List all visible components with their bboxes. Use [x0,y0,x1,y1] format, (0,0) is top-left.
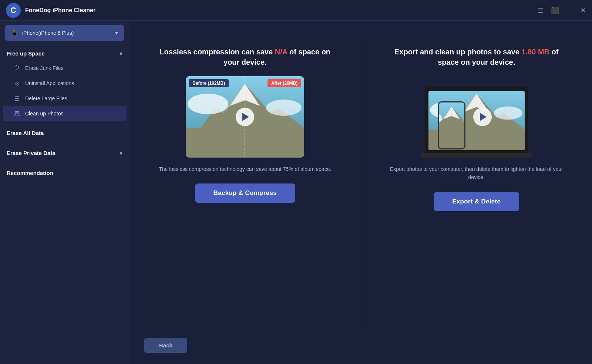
compression-play-button[interactable] [236,108,254,126]
section-title-free-up-space: Free up Space [7,50,45,57]
app-title: FoneDog iPhone Cleaner [25,7,538,14]
export-play-button[interactable] [473,108,492,126]
close-button[interactable]: ✕ [581,7,586,14]
minimize-icon: — [566,7,573,14]
chat-button[interactable]: ⬛ [551,7,559,14]
close-icon: ✕ [581,7,586,14]
sidebar-item-label: Erase Junk Files [25,65,63,71]
compression-image: Before (102MB) After (26MB) [186,76,304,158]
device-selector[interactable]: 📱 iPhone(iPhone 8 Plus) ▼ [5,25,124,41]
export-card: Export and clean up photos to save 1.80 … [376,39,578,219]
minimize-button[interactable]: — [566,7,573,14]
backup-compress-button[interactable]: Backup & Compress [195,183,295,203]
label-after: After (26MB) [268,79,301,87]
chevron-up-icon: ∧ [119,51,123,56]
sidebar-item-erase-private-data[interactable]: Erase Private Data ∨ [0,145,130,161]
laptop-base [421,153,532,158]
main-content: Lossless compression can save N/A of spa… [130,21,592,364]
sidebar-item-delete-large[interactable]: ☰ Delete Large Files [3,91,127,106]
compression-card-title: Lossless compression can save N/A of spa… [155,47,335,67]
sidebar-item-label: Delete Large Files [25,95,67,101]
menu-button[interactable]: ☰ [538,7,544,14]
file-icon: ☰ [13,95,21,102]
phone-icon: 📱 [10,29,18,37]
sidebar-item-label: Clean up Photos [25,111,64,117]
recommendation-label: Recommendation [7,170,53,176]
phone-screen [439,102,464,148]
device-name: iPhone(iPhone 8 Plus) [22,30,110,36]
image-icon: 🖼 [13,110,21,117]
sidebar-item-erase-all-data[interactable]: Erase All Data [0,125,130,141]
divider-3 [7,163,123,163]
erase-private-label: Erase Private Data [7,150,56,156]
export-description: Export photos to your computer, then del… [387,165,566,182]
phone-mockup [438,101,465,149]
sidebar-item-label: Uninstall Applications [25,80,74,86]
chat-icon: ⬛ [551,7,559,14]
app-logo: C [6,3,21,18]
app-layout: 📱 iPhone(iPhone 8 Plus) ▼ Free up Space … [0,21,592,364]
device-mockup [417,76,536,158]
card-divider [361,39,361,333]
export-card-title: Export and clean up photos to save 1.80 … [387,47,566,67]
sidebar-item-cleanup-photos[interactable]: 🖼 Clean up Photos [3,106,127,121]
title-bar: C FoneDog iPhone Cleaner ☰ ⬛ — ✕ [0,0,592,21]
chevron-down-icon: ▼ [114,30,119,36]
label-before: Before (102MB) [189,79,229,87]
export-highlight: 1.80 MB [521,48,549,56]
divider-1 [7,123,123,123]
sidebar-item-uninstall-apps[interactable]: ⊗ Uninstall Applications [3,76,127,91]
sidebar-section-free-up-space: Free up Space ∧ ⏱ Erase Junk Files ⊗ Uni… [0,45,130,121]
person-icon: ⊗ [13,80,21,87]
svg-text:C: C [10,6,16,15]
menu-icon: ☰ [538,7,544,14]
back-button[interactable]: Back [144,338,187,353]
chevron-down-icon: ∨ [119,150,123,156]
sidebar-item-recommendation[interactable]: Recommendation [0,165,130,181]
cards-container: Lossless compression can save N/A of spa… [144,32,577,333]
window-controls: ☰ ⬛ — ✕ [538,7,586,14]
divider-2 [7,143,123,143]
compression-description: The lossless compression technology can … [159,165,331,173]
export-delete-button[interactable]: Export & Delete [434,192,519,211]
compression-card: Lossless compression can save N/A of spa… [144,39,346,210]
clock-icon: ⏱ [13,64,21,72]
bottom-bar: Back [144,333,577,357]
sidebar: 📱 iPhone(iPhone 8 Plus) ▼ Free up Space … [0,21,130,364]
sidebar-item-erase-junk[interactable]: ⏱ Erase Junk Files [3,61,127,75]
compression-highlight: N/A [275,48,287,56]
sidebar-section-header-free-up-space[interactable]: Free up Space ∧ [0,45,130,60]
erase-all-label: Erase All Data [7,130,44,136]
